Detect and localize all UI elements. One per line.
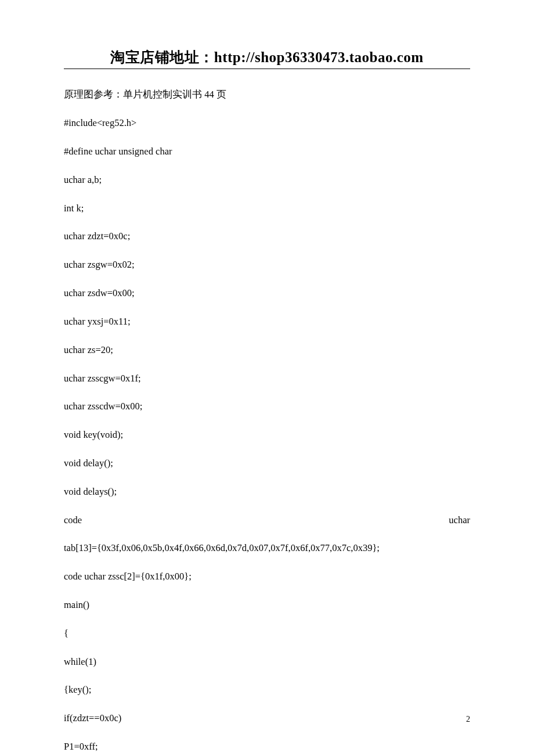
code-line: if(zdzt==0x0c) [64, 711, 470, 725]
code-line: uchar zsgw=0x02; [64, 258, 470, 272]
code-fragment: uchar [449, 513, 470, 527]
code-line: while(1) [64, 655, 470, 669]
code-line: #include<reg52.h> [64, 116, 470, 130]
page-number: 2 [466, 715, 470, 724]
code-line-justified: codeuchar [64, 513, 470, 527]
code-line: void delay(); [64, 456, 470, 470]
code-line: uchar zs=20; [64, 343, 470, 357]
code-line: uchar a,b; [64, 173, 470, 187]
code-line: { [64, 627, 470, 640]
code-line: main() [64, 598, 470, 612]
code-line: uchar zdzt=0x0c; [64, 229, 470, 243]
code-line: code uchar zssc[2]={0x1f,0x00}; [64, 570, 470, 584]
code-line: 原理图参考：单片机控制实训书 44 页 [64, 88, 470, 102]
code-block: 原理图参考：单片机控制实训书 44 页 #include<reg52.h> #d… [64, 74, 470, 756]
code-line: P1=0xff; [64, 740, 470, 754]
code-line: int k; [64, 201, 470, 215]
code-line: uchar zsscgw=0x1f; [64, 372, 470, 386]
code-line: uchar yxsj=0x11; [64, 315, 470, 329]
code-line: void key(void); [64, 428, 470, 442]
header-title: 淘宝店铺地址：http://shop36330473.taobao.com [64, 48, 470, 69]
code-fragment: code [64, 513, 82, 527]
code-line: #define uchar unsigned char [64, 145, 470, 159]
code-line: {key(); [64, 683, 470, 697]
code-line: tab[13]={0x3f,0x06,0x5b,0x4f,0x66,0x6d,0… [64, 541, 470, 555]
code-line: void delays(); [64, 485, 470, 499]
code-line: uchar zsscdw=0x00; [64, 399, 470, 413]
code-line: uchar zsdw=0x00; [64, 286, 470, 300]
